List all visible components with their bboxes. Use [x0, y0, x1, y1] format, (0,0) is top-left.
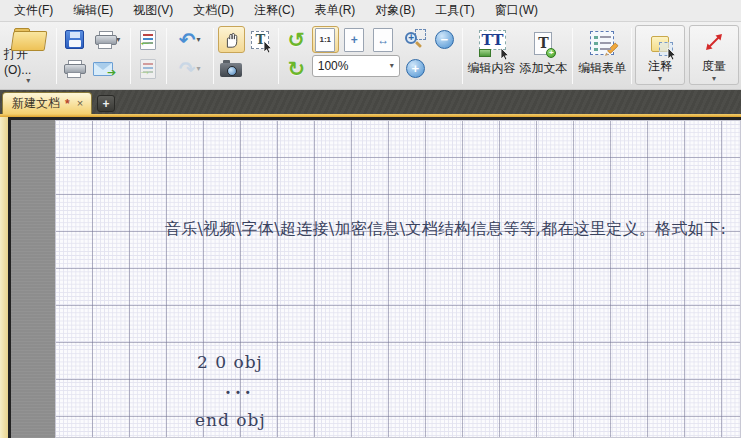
redo-dropdown-caret[interactable]: ▾ — [197, 65, 201, 73]
hand-tool-button[interactable] — [218, 26, 245, 53]
toolbar-separator — [278, 28, 279, 84]
measure-dropdown-caret[interactable]: ▾ — [712, 75, 716, 83]
document-viewport[interactable]: 音乐\视频\字体\超连接\加密信息\文档结构信息等等,都在这里定义。格式如下: … — [0, 117, 741, 438]
marquee-zoom-button[interactable]: + — [402, 26, 429, 53]
fit-page-button[interactable]: + — [341, 26, 368, 53]
toolbar-separator — [462, 28, 463, 84]
quick-print-button[interactable] — [61, 55, 88, 82]
toolbar-separator — [213, 28, 214, 84]
document-text-line: ... — [225, 378, 255, 398]
tab-close-icon[interactable]: × — [75, 98, 85, 109]
undo-dropdown-caret[interactable]: ▾ — [197, 36, 201, 44]
menu-bar: 文件(F) 编辑(E) 视图(V) 文档(D) 注释(C) 表单(R) 对象(B… — [0, 0, 741, 22]
comment-label: 注释 — [648, 58, 672, 75]
pdf-page[interactable]: 音乐\视频\字体\超连接\加密信息\文档结构信息等等,都在这里定义。格式如下: … — [55, 120, 741, 438]
rotate-ccw-button[interactable]: ↺ — [283, 26, 310, 53]
edit-form-button[interactable]: 编辑表单 — [576, 25, 628, 85]
measure-button[interactable]: 度量 ▾ — [689, 25, 739, 85]
menu-file[interactable]: 文件(F) — [4, 0, 63, 22]
email-send-arrow-icon: ➔ — [107, 67, 116, 78]
plus-icon: + — [103, 98, 110, 110]
open-dropdown-caret[interactable]: ▾ — [26, 77, 30, 85]
comment-note-icon — [651, 36, 669, 52]
new-tab-button[interactable]: + — [97, 95, 115, 112]
print-button[interactable]: ▾ — [90, 26, 126, 53]
comment-button[interactable]: 注释 ▾ — [635, 25, 685, 85]
tab-title: 新建文档 — [12, 95, 60, 112]
next-view-button[interactable]: → — [135, 55, 162, 82]
edit-content-button[interactable]: TT 编辑内容 — [466, 25, 518, 85]
menu-edit[interactable]: 编辑(E) — [63, 0, 123, 22]
snapshot-button[interactable] — [218, 55, 245, 82]
document-text-line: end obj — [195, 410, 266, 430]
zoom-in-button[interactable]: + — [402, 55, 429, 82]
cursor-arrow-icon — [500, 48, 510, 60]
zoom-out-button[interactable]: − — [431, 26, 458, 53]
add-text-button[interactable]: T + 添加文本 — [517, 25, 569, 85]
fit-width-button[interactable]: ↔ — [370, 26, 397, 53]
zoom-dropdown-caret[interactable]: ▾ — [390, 62, 394, 70]
previous-view-button[interactable]: ← — [135, 26, 162, 53]
pencil-icon — [603, 42, 619, 58]
actual-size-button[interactable]: 1:1 — [312, 26, 339, 53]
rotate-cw-icon: ↻ — [287, 58, 305, 79]
zoom-tools-group: + − + — [401, 25, 459, 83]
hand-select-group: T — [217, 25, 275, 83]
rotate-group: ↺ ↻ — [282, 25, 311, 83]
redo-button[interactable]: ↷ ▾ — [171, 55, 209, 82]
hand-icon — [222, 31, 240, 49]
actual-size-icon: 1:1 — [315, 28, 335, 52]
zoom-out-icon: − — [435, 30, 454, 49]
edit-form-icon — [590, 31, 614, 55]
save-print-group: ▾ ➔ — [60, 25, 127, 83]
main-toolbar: 打开(O)... ▾ ▾ ➔ — [0, 22, 741, 90]
fit-width-icon: ↔ — [373, 28, 393, 52]
page-nav-group: ← → — [134, 25, 163, 83]
toolbar-separator — [631, 28, 632, 84]
zoom-level-value: 100% — [318, 59, 390, 73]
tab-modified-marker: * — [65, 97, 70, 111]
open-button[interactable]: 打开(O)... ▾ — [4, 25, 53, 85]
menu-view[interactable]: 视图(V) — [123, 0, 183, 22]
document-text-line: 音乐\视频\字体\超连接\加密信息\文档结构信息等等,都在这里定义。格式如下: — [165, 219, 726, 240]
toolbar-separator — [56, 28, 57, 84]
print-icon — [95, 31, 115, 49]
menu-tools[interactable]: 工具(T) — [425, 0, 484, 22]
undo-redo-group: ↶ ▾ ↷ ▾ — [170, 25, 210, 83]
zoom-in-icon: + — [406, 59, 425, 78]
menu-document[interactable]: 文档(D) — [183, 0, 244, 22]
previous-view-icon: ← — [140, 30, 156, 50]
add-text-icon: T + — [534, 32, 552, 55]
redo-icon: ↷ — [179, 59, 196, 79]
zoom-level-dropdown[interactable]: 100% ▾ — [312, 55, 400, 77]
email-button[interactable]: ➔ — [90, 55, 117, 82]
zoom-view-group: 1:1 + ↔ 100% ▾ — [311, 25, 401, 78]
open-folder-icon — [12, 28, 44, 44]
rotate-cw-button[interactable]: ↻ — [283, 55, 310, 82]
toolbar-separator — [572, 28, 573, 84]
menu-window[interactable]: 窗口(W) — [485, 0, 548, 22]
select-text-tool-button[interactable]: T — [247, 26, 274, 53]
marquee-zoom-icon: + — [404, 29, 426, 51]
menu-comment[interactable]: 注释(C) — [244, 0, 305, 22]
cursor-arrow-icon — [667, 48, 677, 60]
edit-content-label: 编辑内容 — [468, 60, 516, 77]
undo-button[interactable]: ↶ ▾ — [171, 26, 209, 53]
measure-label: 度量 — [702, 58, 726, 75]
toolbar-separator — [166, 28, 167, 84]
left-panel-edge[interactable] — [0, 117, 8, 438]
save-button[interactable] — [61, 26, 88, 53]
comment-dropdown-caret[interactable]: ▾ — [658, 75, 662, 83]
quick-print-icon — [64, 60, 84, 78]
add-text-label: 添加文本 — [519, 60, 567, 77]
tab-new-document[interactable]: 新建文档 * × — [2, 92, 92, 114]
menu-form[interactable]: 表单(R) — [305, 0, 366, 22]
next-view-icon: → — [140, 59, 156, 79]
measure-icon — [704, 32, 724, 52]
fit-page-icon: + — [344, 28, 364, 52]
menu-object[interactable]: 对象(B) — [365, 0, 425, 22]
edit-content-icon: TT — [479, 31, 505, 55]
camera-icon — [220, 63, 242, 77]
select-text-icon: T — [251, 31, 269, 49]
edit-form-label: 编辑表单 — [578, 60, 626, 77]
